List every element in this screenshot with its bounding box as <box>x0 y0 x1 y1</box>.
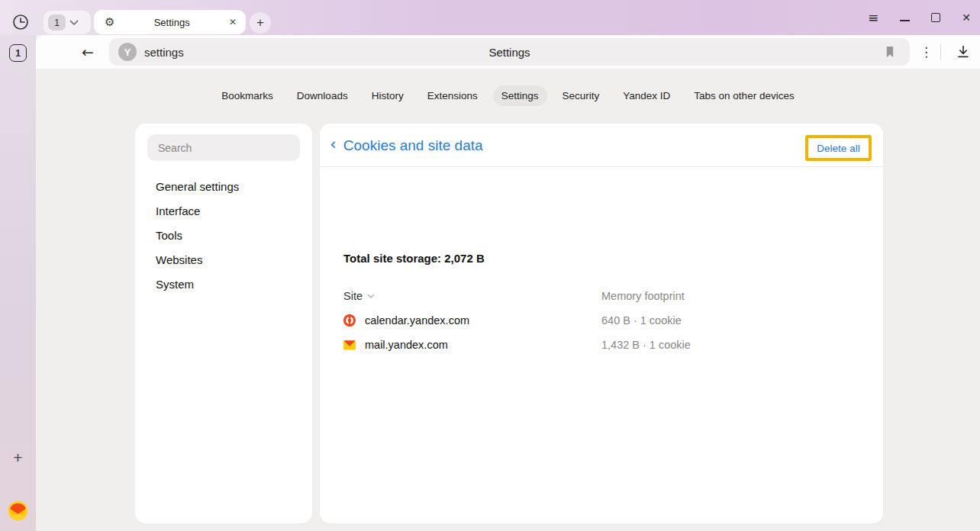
nav-tab-downloads[interactable]: Downloads <box>289 85 356 106</box>
downloads-icon[interactable] <box>955 43 972 60</box>
sidebar-item-interface[interactable]: Interface <box>156 198 239 223</box>
sidebar-item-general-settings[interactable]: General settings <box>156 174 239 198</box>
address-bar-row: ← Y settings Settings ⋮ <box>36 35 980 69</box>
rail-tab-counter[interactable]: 1 <box>9 44 27 62</box>
nav-tab-bookmarks[interactable]: Bookmarks <box>213 85 282 106</box>
tab-strip: 1 ⚙ Settings ✕ + ≡ ✕ <box>0 0 980 35</box>
back-icon[interactable]: ← <box>82 35 94 69</box>
total-site-storage: Total site storage: 2,072 B <box>343 252 485 265</box>
back-chevron-icon[interactable]: ‹ <box>330 136 337 153</box>
gear-icon: ⚙ <box>105 17 114 28</box>
yandex-mail-icon[interactable] <box>8 500 28 521</box>
cookies-panel: ‹ Cookies and site data Delete all Total… <box>320 124 883 523</box>
tab-close-icon[interactable]: ✕ <box>229 17 237 27</box>
sidebar-item-system[interactable]: System <box>156 272 239 296</box>
site-badge-icon: Y <box>118 43 137 61</box>
toolbar-kebab-icon[interactable]: ⋮ <box>920 35 933 69</box>
settings-page: Bookmarks Downloads History Extensions S… <box>36 69 980 531</box>
column-header-site[interactable]: Site <box>343 290 601 302</box>
minimize-button[interactable] <box>900 20 910 21</box>
site-name: calendar.yandex.com <box>365 314 469 327</box>
toolbar-divider <box>940 43 941 60</box>
site-column-label: Site <box>343 290 363 302</box>
history-icon[interactable] <box>11 13 30 31</box>
nav-tab-extensions[interactable]: Extensions <box>419 85 486 106</box>
settings-sidebar: Search General settings Interface Tools … <box>135 124 312 523</box>
new-tab-button[interactable]: + <box>250 12 271 34</box>
tab-group-selector[interactable]: 1 <box>44 11 91 34</box>
tab-title: Settings <box>114 17 228 28</box>
nav-tab-history[interactable]: History <box>363 85 412 106</box>
nav-tab-other-devices[interactable]: Tabs on other devices <box>685 85 802 106</box>
delete-all-highlight: Delete all <box>805 135 872 161</box>
search-input[interactable]: Search <box>147 134 300 161</box>
omnibox[interactable]: Y settings Settings <box>109 38 910 66</box>
sort-chevron-icon <box>367 294 375 299</box>
sidebar-item-tools[interactable]: Tools <box>156 223 239 247</box>
column-header-memory: Memory footprint <box>601 290 860 302</box>
close-window-button[interactable]: ✕ <box>962 11 971 24</box>
tab-group-count: 1 <box>48 14 66 31</box>
calendar-favicon <box>343 314 356 327</box>
omnibox-text[interactable]: settings <box>144 38 184 66</box>
browser-window: 1 ⚙ Settings ✕ + ≡ ✕ 1 + <box>0 0 980 531</box>
omnibox-page-title: Settings <box>109 38 910 66</box>
table-row[interactable]: mail.yandex.com 1,432 B · 1 cookie <box>343 333 860 357</box>
back-heading[interactable]: ‹ Cookies and site data <box>330 124 483 167</box>
side-rail: 1 + ••• <box>0 35 36 531</box>
delete-all-button[interactable]: Delete all <box>817 143 859 154</box>
site-name: mail.yandex.com <box>365 339 448 351</box>
nav-tab-settings[interactable]: Settings <box>493 85 547 106</box>
rail-add-icon[interactable]: + <box>0 449 36 467</box>
browser-menu-icon[interactable]: ≡ <box>868 10 878 25</box>
maximize-button[interactable] <box>931 13 940 22</box>
bookmark-icon[interactable] <box>882 44 898 60</box>
table-header-row: Site Memory footprint <box>343 284 860 308</box>
cookies-panel-header: ‹ Cookies and site data Delete all <box>320 124 883 167</box>
nav-tab-yandex-id[interactable]: Yandex ID <box>614 85 679 106</box>
table-row[interactable]: calendar.yandex.com 640 B · 1 cookie <box>343 308 860 333</box>
cookies-table: Site Memory footprint <box>343 284 860 357</box>
window-controls: ≡ ✕ <box>868 0 971 35</box>
page-title[interactable]: Cookies and site data <box>343 137 483 154</box>
sidebar-menu: General settings Interface Tools Website… <box>156 174 239 296</box>
settings-nav-tabs: Bookmarks Downloads History Extensions S… <box>36 85 980 106</box>
sidebar-item-websites[interactable]: Websites <box>156 247 239 272</box>
chevron-down-icon <box>69 20 79 26</box>
memory-footprint: 1,432 B · 1 cookie <box>601 339 860 351</box>
mail-favicon <box>343 339 356 351</box>
memory-footprint: 640 B · 1 cookie <box>601 314 860 327</box>
tab-settings[interactable]: ⚙ Settings ✕ <box>94 10 246 34</box>
nav-tab-security[interactable]: Security <box>554 85 608 106</box>
